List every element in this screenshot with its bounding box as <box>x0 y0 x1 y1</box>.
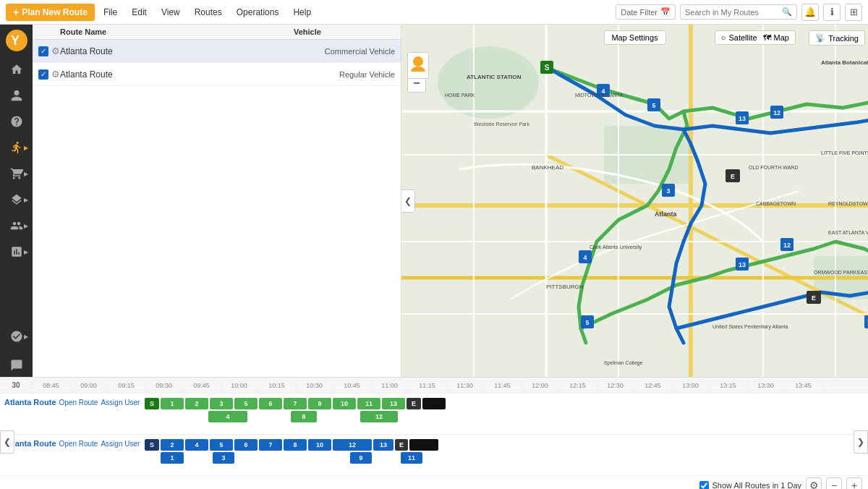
notification-btn[interactable]: 🔔 <box>801 4 819 21</box>
menu-file[interactable]: File <box>98 4 123 20</box>
zoom-timeline-settings[interactable]: ⚙ <box>806 477 822 489</box>
stop-9-green: 9 <box>308 398 331 409</box>
open-route-link-1[interactable]: Open Route <box>59 399 98 407</box>
menu-routes[interactable]: Routes <box>189 4 228 20</box>
timeline-nav-right[interactable]: ❯ <box>854 430 868 454</box>
assign-user-link-2[interactable]: Assign User <box>101 440 140 448</box>
route-checkbox[interactable]: ✓ <box>38 69 48 80</box>
satellite-btn[interactable]: ○ Satellite 🗺 Map <box>715 30 796 45</box>
show-all-check: Show All Routes in 1 Day <box>699 481 801 490</box>
stop-12-green: 12 <box>360 411 398 422</box>
svg-text:E: E <box>731 173 735 180</box>
svg-text:Atlanta: Atlanta <box>655 211 677 218</box>
svg-text:12: 12 <box>773 109 780 116</box>
show-all-checkbox[interactable] <box>699 481 709 490</box>
route-row[interactable]: ✓ ⚙ Atlanta Route Regular Vehicle <box>33 63 401 86</box>
col-header-name: Route Name <box>60 27 294 36</box>
timeline-route-name-1[interactable]: Atlanta Route <box>4 398 56 407</box>
stop-12-blue: 12 <box>333 439 372 451</box>
svg-text:13: 13 <box>739 261 746 268</box>
time-mark: 10:45 <box>333 380 371 391</box>
map-collapse-btn[interactable]: ❮ <box>401 190 415 213</box>
route-row[interactable]: ✓ ⚙ Atlanta Route Commercial Vehicle <box>33 40 401 63</box>
map-svg: S 4 5 13 12 12 11 E 3 <box>401 25 868 377</box>
stop-11-green: 11 <box>357 398 380 409</box>
zoom-timeline-in[interactable]: + <box>846 477 862 489</box>
sidebar-item-layers[interactable]: ▶ <box>4 188 30 211</box>
time-mark: 09:30 <box>145 380 183 391</box>
timeline-bars-2: S 2 4 5 6 7 8 10 12 13 E <box>145 438 868 472</box>
menu-help[interactable]: Help <box>287 4 317 20</box>
date-filter-label: Date Filter <box>621 8 658 17</box>
info-btn[interactable]: ℹ <box>823 4 841 21</box>
time-mark: 13:30 <box>747 380 785 391</box>
timeline-section: 30 08:45 09:00 09:15 09:30 09:45 10:00 1… <box>0 377 868 489</box>
sidebar-item-analytics[interactable]: ▶ <box>4 240 30 263</box>
time-mark: 09:45 <box>183 380 221 391</box>
time-mark: 13:45 <box>785 380 822 391</box>
map-settings-btn[interactable]: Map Settings <box>603 30 665 45</box>
plan-new-route-button[interactable]: Plan New Route <box>6 4 95 21</box>
search-input[interactable] <box>685 8 779 17</box>
svg-text:12: 12 <box>783 242 791 249</box>
assign-user-link-1[interactable]: Assign User <box>101 399 140 407</box>
time-mark: 12:45 <box>634 380 672 391</box>
svg-text:MIDTOWN ATLANTA: MIDTOWN ATLANTA <box>575 93 623 98</box>
stop-end-green <box>422 398 446 409</box>
timeline-gutter: 30 <box>0 381 33 389</box>
sidebar-item-routes[interactable]: ▶ <box>4 136 30 159</box>
stop-8-green: 8 <box>291 411 317 422</box>
stop-13-blue: 13 <box>373 439 393 451</box>
sidebar-item-people[interactable]: ▶ <box>4 214 30 237</box>
menu-view[interactable]: View <box>156 4 186 20</box>
map-container[interactable]: S 4 5 13 12 12 11 E 3 <box>401 25 868 377</box>
time-mark: 10:15 <box>258 380 296 391</box>
stop-e-blue: E <box>395 439 408 451</box>
sidebar-item-help[interactable] <box>4 110 30 133</box>
svg-text:Spelman College: Spelman College <box>604 360 642 366</box>
stop-3-green: 3 <box>210 398 233 409</box>
map-icon: 🗺 <box>763 33 771 42</box>
stop-5-blue: 5 <box>210 439 233 451</box>
timeline-route-row-2: Atlanta Route Open Route Assign User S 2… <box>0 435 868 476</box>
topbar: Plan New Route File Edit View Routes Ope… <box>0 0 868 25</box>
timeline-route-label-1: Atlanta Route Open Route Assign User <box>0 396 145 408</box>
time-mark: 08:45 <box>33 380 70 391</box>
sidebar-item-cart[interactable]: ▶ <box>4 162 30 185</box>
stop-1-blue: 1 <box>161 452 184 464</box>
route-gear-icon[interactable]: ⚙ <box>51 69 60 80</box>
map-area: S 4 5 13 12 12 11 E 3 <box>401 25 868 377</box>
sidebar-item-settings[interactable]: ▶ <box>4 325 30 348</box>
main-layout: Y ▶ ▶ ▶ ▶ ▶ <box>0 25 868 377</box>
menu-operations[interactable]: Operations <box>231 4 285 20</box>
svg-text:ORMWOOD PARK: ORMWOOD PARK <box>814 270 857 275</box>
timeline-nav-left[interactable]: ❮ <box>0 430 14 454</box>
sidebar-item-chat[interactable] <box>4 354 30 377</box>
col-header-vehicle: Vehicle <box>294 27 395 36</box>
date-filter[interactable]: Date Filter 📅 <box>616 4 676 20</box>
svg-point-3 <box>438 46 539 119</box>
open-route-link-2[interactable]: Open Route <box>59 440 98 448</box>
satellite-icon: ○ <box>721 33 726 42</box>
svg-text:Clark Atlanta University: Clark Atlanta University <box>590 244 642 250</box>
route-vehicle-cell: Commercial Vehicle <box>294 47 395 56</box>
blue-bars-bottom: 1 3 9 11 <box>161 452 422 464</box>
time-mark: 10:30 <box>296 380 333 391</box>
topbar-right: Date Filter 📅 🔍 🔔 ℹ ⊞ <box>616 4 862 21</box>
sidebar-item-users[interactable] <box>4 84 30 107</box>
time-mark: 11:15 <box>409 380 446 391</box>
svg-text:Westside Reservoir Park: Westside Reservoir Park <box>474 122 529 127</box>
menu-edit[interactable]: Edit <box>126 4 153 20</box>
svg-text:United States Penitentiary Atl: United States Penitentiary Atlanta <box>712 324 788 330</box>
svg-text:HOME PARK: HOME PARK <box>445 93 475 98</box>
route-gear-icon[interactable]: ⚙ <box>51 46 60 56</box>
time-mark: 10:00 <box>221 380 258 391</box>
zoom-timeline-out[interactable]: − <box>826 477 842 489</box>
expand-btn[interactable]: ⊞ <box>845 4 862 21</box>
svg-text:Y: Y <box>11 33 20 48</box>
route-checkbox[interactable]: ✓ <box>38 46 48 56</box>
svg-text:5: 5 <box>652 102 655 109</box>
tracking-btn[interactable]: 📡 Tracking <box>809 30 865 46</box>
svg-text:S: S <box>545 64 550 72</box>
sidebar-item-home[interactable] <box>4 58 30 81</box>
